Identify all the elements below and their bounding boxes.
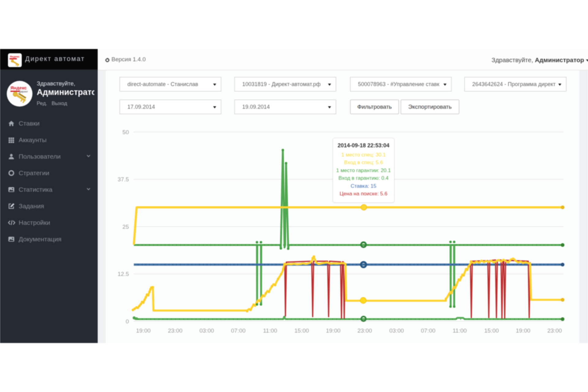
svg-text:19:00: 19:00 — [136, 327, 151, 334]
svg-text:11:00: 11:00 — [453, 327, 467, 334]
svg-text:23:00: 23:00 — [547, 327, 562, 334]
svg-text:07:00: 07:00 — [421, 327, 435, 334]
svg-text:23:00: 23:00 — [168, 327, 183, 334]
svg-text:23:00: 23:00 — [357, 327, 372, 334]
svg-text:50: 50 — [123, 129, 129, 135]
svg-text:15:00: 15:00 — [294, 327, 309, 334]
svg-text:37.5: 37.5 — [118, 176, 129, 183]
svg-text:19:00: 19:00 — [326, 327, 341, 334]
svg-text:15:00: 15:00 — [484, 327, 499, 334]
svg-text:12.5: 12.5 — [118, 271, 129, 277]
svg-text:07:00: 07:00 — [231, 327, 246, 334]
svg-text:03:00: 03:00 — [199, 327, 214, 334]
svg-text:11:00: 11:00 — [263, 327, 277, 334]
svg-text:0: 0 — [126, 318, 129, 325]
svg-text:03:00: 03:00 — [389, 327, 404, 334]
svg-text:25: 25 — [123, 224, 129, 230]
svg-text:19:00: 19:00 — [516, 327, 530, 334]
